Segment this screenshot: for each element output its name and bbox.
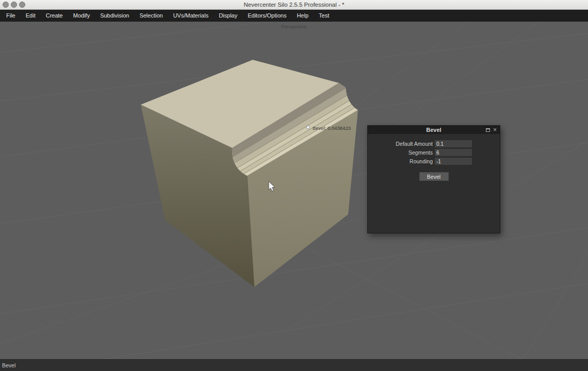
status-bar: Bevel <box>0 359 588 371</box>
rounding-row: Rounding <box>368 158 500 165</box>
default-amount-row: Default Amount <box>368 140 500 147</box>
menu-item-help[interactable]: Help <box>291 10 314 22</box>
status-tool-label: Bevel <box>0 362 15 368</box>
segments-row: Segments <box>368 149 500 156</box>
bevel-handle[interactable] <box>306 126 309 129</box>
menu-bar: File Edit Create Modify Subdivision Sele… <box>0 10 588 22</box>
bevel-amount-readout: Bevel: 0.0438423 <box>313 125 351 131</box>
segments-input[interactable] <box>435 149 472 156</box>
rounding-label: Rounding <box>368 158 435 164</box>
dialog-close-icon[interactable]: × <box>493 127 497 133</box>
title-bar: Nevercenter Silo 2.5.5 Professional - * <box>0 0 588 10</box>
menu-item-selection[interactable]: Selection <box>134 10 168 22</box>
menu-item-display[interactable]: Display <box>214 10 242 22</box>
menu-item-file[interactable]: File <box>1 10 21 22</box>
app-window: Nevercenter Silo 2.5.5 Professional - * … <box>0 0 588 371</box>
default-amount-label: Default Amount <box>368 141 435 147</box>
menu-item-test[interactable]: Test <box>314 10 334 22</box>
rounding-input[interactable] <box>435 158 472 165</box>
cube-mesh[interactable] <box>141 60 369 287</box>
menu-item-edit[interactable]: Edit <box>21 10 41 22</box>
bevel-dialog-body: Default Amount Segments Rounding Bevel <box>368 134 500 181</box>
view-mode-label: Perspective <box>0 24 588 29</box>
bevel-dialog: Bevel × Default Amount Segments Rounding… <box>367 125 500 233</box>
menu-item-editors-options[interactable]: Editors/Options <box>242 10 291 22</box>
menu-item-uvs-materials[interactable]: UVs/Materials <box>168 10 214 22</box>
segments-label: Segments <box>368 149 435 156</box>
bevel-dialog-titlebar[interactable]: Bevel × <box>368 126 500 134</box>
window-title: Nevercenter Silo 2.5.5 Professional - * <box>0 2 588 8</box>
menu-item-modify[interactable]: Modify <box>68 10 95 22</box>
menu-item-subdivision[interactable]: Subdivision <box>95 10 134 22</box>
menu-item-create[interactable]: Create <box>41 10 68 22</box>
bevel-apply-button[interactable]: Bevel <box>419 172 449 181</box>
default-amount-input[interactable] <box>435 140 472 147</box>
dialog-maximize-icon[interactable] <box>486 128 490 132</box>
bevel-dialog-title: Bevel <box>426 127 441 133</box>
